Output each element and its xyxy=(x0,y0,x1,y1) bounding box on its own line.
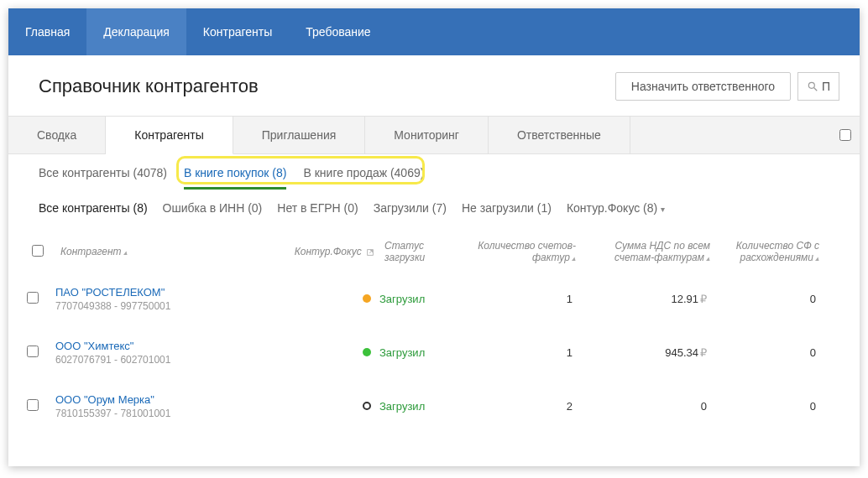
contragent-inn: 6027076791 - 602701001 xyxy=(55,354,287,366)
vat-sum: 945.34₽ xyxy=(581,346,715,359)
nav-main[interactable]: Главная xyxy=(8,8,86,55)
tab-contragents[interactable]: Контрагенты xyxy=(106,117,233,154)
load-status: Загрузил xyxy=(379,400,472,413)
row-checkbox[interactable] xyxy=(27,292,39,304)
table-row: ПАО "РОСТЕЛЕКОМ" 7707049388 - 997750001 … xyxy=(8,272,860,325)
nav-contragents[interactable]: Контрагенты xyxy=(186,8,289,55)
col-focus[interactable]: Контур.Фокус xyxy=(287,246,379,257)
col-sum[interactable]: Сумма НДС по всем счетам-фактурам xyxy=(581,240,715,263)
invoice-count: 1 xyxy=(472,346,581,359)
tab-monitoring[interactable]: Мониторинг xyxy=(365,117,489,153)
contragent-link[interactable]: ПАО "РОСТЕЛЕКОМ" xyxy=(55,286,287,299)
contragent-link[interactable]: ООО "Химтекс" xyxy=(55,340,287,352)
sf-sales[interactable]: В книге продаж (4069) xyxy=(303,166,424,188)
table-header: Контрагент Контур.Фокус Статус загрузки … xyxy=(8,231,860,272)
load-status: Загрузил xyxy=(379,293,472,305)
vat-sum: 12.91₽ xyxy=(581,293,715,305)
external-icon xyxy=(366,248,374,257)
contragent-table: Контрагент Контур.Фокус Статус загрузки … xyxy=(8,223,860,433)
sf2-not-loaded[interactable]: Не загрузили (1) xyxy=(462,201,552,215)
invoice-count: 2 xyxy=(472,400,581,413)
search-button[interactable]: П xyxy=(797,72,839,101)
nav-requirement[interactable]: Требование xyxy=(289,8,387,55)
tab-invites[interactable]: Приглашения xyxy=(233,117,366,153)
load-status: Загрузил xyxy=(379,346,472,359)
contragent-inn: 7707049388 - 997750001 xyxy=(55,300,287,312)
tab-summary[interactable]: Сводка xyxy=(8,117,106,153)
table-row: ООО "Орум Мерка" 7810155397 - 781001001 … xyxy=(8,379,860,433)
tabs-right-checkbox[interactable] xyxy=(839,129,851,141)
sf-all[interactable]: Все контрагенты (4078) xyxy=(39,166,167,188)
sf2-loaded[interactable]: Загрузили (7) xyxy=(374,201,447,215)
sf2-inn-error[interactable]: Ошибка в ИНН (0) xyxy=(163,201,263,215)
diff-count: 0 xyxy=(715,293,824,305)
col-contragent[interactable]: Контрагент xyxy=(55,246,287,257)
col-status[interactable]: Статус загрузки xyxy=(379,240,472,263)
table-row: ООО "Химтекс" 6027076791 - 602701001 Заг… xyxy=(8,325,860,379)
invoice-count: 1 xyxy=(472,293,581,305)
contragent-link[interactable]: ООО "Орум Мерка" xyxy=(55,393,287,406)
svg-line-1 xyxy=(814,88,818,91)
tab-responsible[interactable]: Ответственные xyxy=(489,117,630,153)
focus-status-icon xyxy=(363,294,371,303)
svg-point-0 xyxy=(808,82,814,88)
row-checkbox[interactable] xyxy=(27,399,39,411)
page-header: Справочник контрагентов Назначить ответс… xyxy=(8,55,860,116)
sf2-all[interactable]: Все контрагенты (8) xyxy=(39,201,148,215)
search-placeholder: П xyxy=(822,80,830,93)
diff-count: 0 xyxy=(715,346,824,359)
search-icon xyxy=(807,81,818,92)
page-title: Справочник контрагентов xyxy=(39,75,259,97)
assign-responsible-button[interactable]: Назначить ответственного xyxy=(615,72,791,101)
row-checkbox[interactable] xyxy=(27,346,39,357)
focus-status-icon xyxy=(363,402,371,410)
diff-count: 0 xyxy=(715,400,824,413)
vat-sum: 0 xyxy=(581,400,715,413)
select-all-checkbox[interactable] xyxy=(32,245,44,257)
tabs: Сводка Контрагенты Приглашения Мониторин… xyxy=(8,116,860,154)
nav-declaration[interactable]: Декларация xyxy=(86,8,186,55)
col-diff[interactable]: Количество СФ с расхождениями xyxy=(715,240,824,263)
col-focus-label: Контур.Фокус xyxy=(295,246,362,257)
subfilters-secondary: Все контрагенты (8) Ошибка в ИНН (0) Нет… xyxy=(8,188,860,223)
col-count[interactable]: Количество счетов-фактур xyxy=(472,240,581,263)
focus-status-icon xyxy=(363,348,371,356)
sf-purchases[interactable]: В книге покупок (8) xyxy=(184,166,287,188)
sf2-no-egrn[interactable]: Нет в ЕГРН (0) xyxy=(277,201,358,215)
sf2-focus-dropdown[interactable]: Контур.Фокус (8) xyxy=(567,201,665,215)
contragent-inn: 7810155397 - 781001001 xyxy=(55,408,287,419)
subfilters-primary: Все контрагенты (4078) В книге покупок (… xyxy=(8,154,860,188)
top-nav: Главная Декларация Контрагенты Требовани… xyxy=(8,8,860,55)
